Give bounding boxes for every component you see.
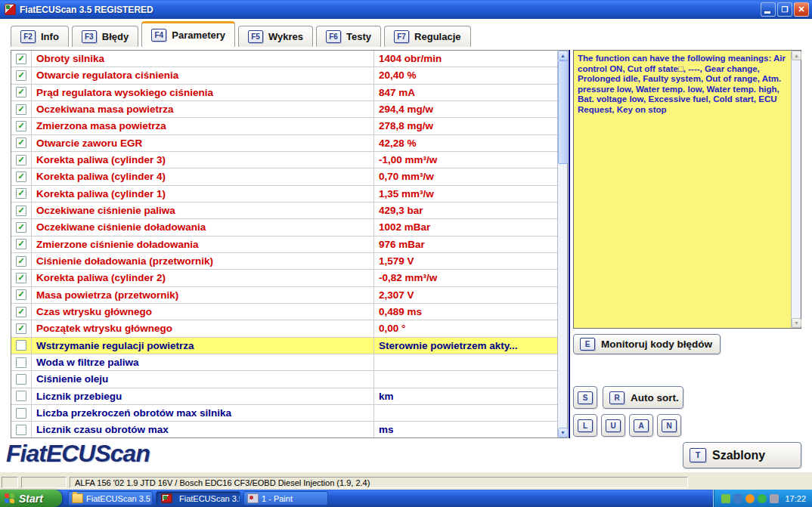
tab-label: Błędy [102, 31, 129, 42]
shortcut-n-badge: N [662, 419, 677, 432]
table-row[interactable]: Licznik czasu obrotów maxms [11, 422, 557, 437]
parameter-name: Oczekiwane ciśnienie doładowania [32, 219, 374, 235]
window-titlebar: FiatECUScan 3.5 REGISTERED ✕ [0, 0, 812, 19]
table-scrollbar[interactable]: ▲ ▼ [557, 51, 567, 437]
table-row[interactable]: ✓Oczekiwana masa powietrza294,4 mg/w [11, 101, 557, 118]
templates-button[interactable]: T Szablony [683, 442, 801, 468]
auto-sort-button[interactable]: R Auto sort. [603, 386, 683, 409]
tab-wykres[interactable]: F5Wykres [238, 26, 313, 47]
checked-checkbox[interactable]: ✓ [16, 206, 26, 216]
checked-checkbox[interactable]: ✓ [16, 70, 26, 81]
tab-testy[interactable]: F6Testy [316, 26, 381, 47]
table-row[interactable]: Wstrzymanie regulacji powietrzaSterownie… [11, 338, 557, 354]
info-scroll-up-icon[interactable]: ▲ [792, 51, 801, 60]
unchecked-checkbox[interactable] [16, 340, 26, 351]
table-row[interactable]: ✓Zmierzone ciśnienie doładowania976 mBar [11, 236, 557, 253]
checked-checkbox[interactable]: ✓ [16, 273, 26, 283]
s-button[interactable]: S [573, 386, 597, 409]
close-button[interactable]: ✕ [794, 2, 809, 17]
tab-regulacje[interactable]: F7Regulacje [384, 26, 470, 47]
checked-checkbox[interactable]: ✓ [16, 289, 26, 300]
unchecked-checkbox[interactable] [16, 374, 26, 385]
scroll-down-icon[interactable]: ▼ [558, 428, 568, 437]
shortcut-r-badge: R [609, 391, 624, 404]
taskbar-item[interactable]: FiatECUScan 3.5 PEL... [68, 491, 153, 505]
table-row[interactable]: ✓Zmierzona masa powietrza278,8 mg/w [11, 118, 557, 134]
tray-icon-green-app[interactable] [758, 494, 767, 503]
start-button[interactable]: Start [0, 490, 62, 507]
table-row[interactable]: ✓Korekta paliwa (cylinder 4)0,70 mm³/w [11, 168, 557, 185]
row-checkbox-cell [11, 405, 32, 421]
a-button[interactable]: A [629, 414, 653, 437]
tab-fkey-badge: F2 [20, 30, 36, 43]
tray-icon-gray-app[interactable] [770, 494, 779, 503]
table-row[interactable]: ✓Otwarcie regulatora ciśnienia20,40 % [11, 67, 557, 84]
info-scroll-down-icon[interactable]: ▼ [792, 318, 801, 328]
checked-checkbox[interactable]: ✓ [16, 256, 26, 267]
table-row[interactable]: Liczba przekroczeń obrotów max silnika [11, 405, 557, 422]
table-row[interactable]: ✓Korekta paliwa (cylinder 1)1,35 mm³/w [11, 186, 557, 202]
shortcut-u-badge: U [606, 419, 621, 432]
taskbar-item[interactable]: 1 - Paint [243, 491, 328, 505]
tab-label: Info [41, 31, 59, 42]
shortcut-s-badge: S [578, 391, 593, 404]
checked-checkbox[interactable]: ✓ [16, 121, 26, 131]
taskbar-item[interactable]: FiatECUScan 3.5 REG... [156, 491, 240, 505]
info-scrollbar[interactable]: ▲ ▼ [791, 51, 801, 328]
checked-checkbox[interactable]: ✓ [16, 323, 26, 334]
checked-checkbox[interactable]: ✓ [16, 188, 26, 199]
table-row[interactable]: ✓Obroty silnika1404 obr/min [11, 51, 557, 67]
table-row[interactable]: ✓Początek wtrysku głównego0,00 ° [11, 320, 557, 337]
tab-strip: F2InfoF3BłędyF4ParameteryF5WykresF6Testy… [11, 21, 471, 47]
parameter-value: ms [374, 422, 557, 437]
tab-błędy[interactable]: F3Błędy [72, 26, 138, 47]
table-row[interactable]: Ciśnienie oleju [11, 371, 557, 388]
checked-checkbox[interactable]: ✓ [16, 87, 26, 97]
checked-checkbox[interactable]: ✓ [16, 222, 26, 233]
parameter-value: 42,28 % [374, 135, 557, 151]
checked-checkbox[interactable]: ✓ [16, 307, 26, 317]
scrollbar-thumb[interactable] [558, 60, 568, 164]
n-button[interactable]: N [657, 414, 681, 437]
tray-icon-orange-app[interactable] [745, 494, 755, 503]
panel-divider [569, 50, 570, 438]
table-row[interactable]: ✓Otwarcie zaworu EGR42,28 % [11, 135, 557, 152]
row-checkbox-cell [11, 388, 32, 404]
parameter-value: 20,40 % [374, 67, 557, 83]
table-row[interactable]: ✓Czas wtrysku głównego0,489 ms [11, 304, 557, 320]
table-row[interactable]: ✓Korekta paliwa (cylinder 3)-1,00 mm³/w [11, 152, 557, 168]
table-row[interactable]: ✓Masa powietrza (przetwornik)2,307 V [11, 287, 557, 304]
table-row[interactable]: ✓Prąd regulatora wysokiego ciśnienia847 … [11, 85, 557, 101]
checked-checkbox[interactable]: ✓ [16, 138, 26, 148]
table-row[interactable]: ✓Oczekiwane ciśnienie doładowania1002 mB… [11, 219, 557, 236]
checked-checkbox[interactable]: ✓ [16, 172, 26, 182]
tab-info[interactable]: F2Info [11, 26, 69, 47]
tab-parametery[interactable]: F4Parametery [141, 21, 235, 47]
tray-icon-device[interactable] [721, 494, 730, 503]
table-row[interactable]: Woda w filtrze paliwa [11, 354, 557, 371]
unchecked-checkbox[interactable] [16, 357, 26, 368]
l-button[interactable]: L [573, 414, 597, 437]
restore-button[interactable] [777, 2, 792, 17]
scroll-up-icon[interactable]: ▲ [558, 51, 568, 60]
table-row[interactable]: Licznik przebiegukm [11, 388, 557, 405]
parameter-value: 278,8 mg/w [374, 118, 557, 134]
fiatecuscan-logo: FiatECUScan [6, 440, 150, 468]
minimize-button[interactable] [761, 2, 776, 17]
table-row[interactable]: ✓Korekta paliwa (cylinder 2)-0,82 mm³/w [11, 270, 557, 286]
u-button[interactable]: U [601, 414, 625, 437]
parameter-value: 976 mBar [374, 236, 557, 252]
checked-checkbox[interactable]: ✓ [16, 155, 26, 165]
checked-checkbox[interactable]: ✓ [16, 104, 26, 115]
table-row[interactable]: ✓Ciśnienie doładowania (przetwornik)1,57… [11, 253, 557, 270]
tray-icon-network[interactable] [733, 494, 742, 503]
checked-checkbox[interactable]: ✓ [16, 239, 26, 249]
tab-fkey-badge: F5 [248, 30, 263, 43]
row-checkbox-cell: ✓ [11, 304, 32, 320]
unchecked-checkbox[interactable] [16, 391, 26, 401]
checked-checkbox[interactable]: ✓ [16, 54, 26, 64]
monitor-error-codes-button[interactable]: E Monitoruj kody błędów [573, 334, 721, 354]
unchecked-checkbox[interactable] [16, 425, 26, 435]
unchecked-checkbox[interactable] [16, 408, 26, 419]
table-row[interactable]: ✓Oczekiwane ciśnienie paliwa429,3 bar [11, 202, 557, 219]
